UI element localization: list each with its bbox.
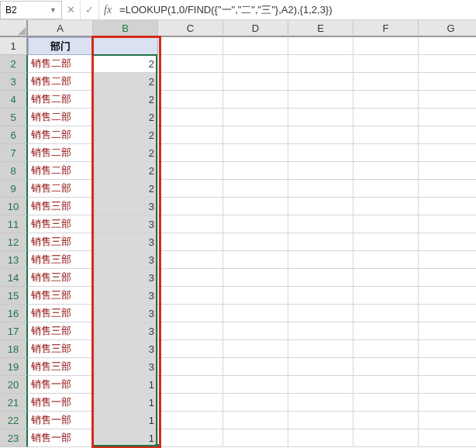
name-box[interactable]: B2 ▼ bbox=[0, 1, 62, 19]
formula-bar-input[interactable]: =LOOKUP(1,0/FIND({"一","二","三"},A2),{1,2,… bbox=[116, 2, 476, 19]
enter-formula-button[interactable]: ✓ bbox=[81, 1, 99, 19]
cancel-formula-button[interactable]: ✕ bbox=[62, 1, 81, 19]
chevron-down-icon: ▼ bbox=[50, 6, 57, 14]
fx-icon[interactable]: fx bbox=[99, 4, 116, 16]
name-box-value: B2 bbox=[5, 5, 17, 16]
